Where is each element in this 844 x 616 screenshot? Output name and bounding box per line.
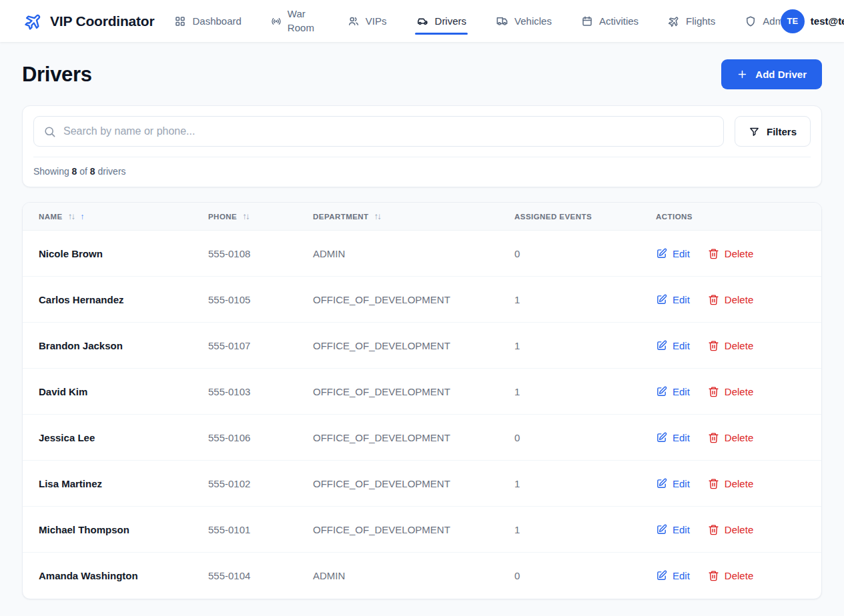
plane-icon (668, 15, 680, 27)
row-actions: Edit Delete (656, 478, 815, 489)
driver-name: Michael Thompson (23, 507, 192, 553)
edit-button[interactable]: Edit (656, 386, 690, 397)
driver-name: Brandon Jackson (23, 323, 192, 369)
driver-department: ADMIN (297, 553, 498, 599)
edit-button[interactable]: Edit (656, 294, 690, 305)
dashboard-grid-icon (174, 15, 186, 27)
filter-funnel-icon (749, 126, 760, 137)
search-panel: Filters Showing 8 of 8 drivers (22, 105, 822, 187)
driver-assigned-events: 0 (498, 553, 640, 599)
driver-phone: 555-0108 (192, 231, 297, 277)
driver-name: Carlos Hernandez (23, 277, 192, 323)
main-nav: Dashboard War Room VIPs (174, 5, 791, 37)
trash-icon (708, 386, 719, 397)
app-logo-plane-icon (24, 12, 43, 31)
edit-pencil-icon (656, 570, 667, 581)
search-input[interactable] (63, 125, 714, 137)
trash-icon (708, 294, 719, 305)
column-header-actions: ACTIONS (640, 203, 821, 231)
nav-item-drivers[interactable]: Drivers (416, 13, 467, 29)
driver-assigned-events: 1 (498, 461, 640, 507)
driver-assigned-events: 0 (498, 231, 640, 277)
trash-icon (708, 478, 719, 489)
column-header-department[interactable]: DEPARTMENT↑↓ (297, 203, 498, 231)
nav-item-activities[interactable]: Activities (581, 13, 639, 29)
edit-button[interactable]: Edit (656, 248, 690, 259)
search-icon (43, 125, 56, 138)
row-actions: Edit Delete (656, 524, 815, 535)
trash-icon (708, 432, 719, 443)
edit-pencil-icon (656, 248, 667, 259)
edit-button[interactable]: Edit (656, 432, 690, 443)
table-row: Amanda Washington 555-0104 ADMIN 0 Edit (23, 553, 821, 599)
drivers-table: NAME↑↓↑ PHONE↑↓ DEPARTMENT↑↓ ASSIGNED EV… (23, 203, 821, 599)
column-header-name[interactable]: NAME↑↓↑ (23, 203, 192, 231)
column-header-phone[interactable]: PHONE↑↓ (192, 203, 297, 231)
shield-icon (745, 15, 757, 27)
filters-button[interactable]: Filters (735, 116, 811, 147)
user-email: test@test.com (811, 15, 844, 27)
add-driver-button[interactable]: Add Driver (721, 59, 822, 89)
delete-button[interactable]: Delete (708, 294, 753, 305)
driver-name: David Kim (23, 369, 192, 415)
nav-item-dashboard[interactable]: Dashboard (174, 13, 241, 29)
edit-pencil-icon (656, 432, 667, 443)
trash-icon (708, 248, 719, 259)
truck-icon (496, 15, 508, 27)
driver-assigned-events: 0 (498, 415, 640, 461)
sort-ascending-icon: ↑ (80, 212, 84, 221)
table-row: David Kim 555-0103 OFFICE_OF_DEVELOPMENT… (23, 369, 821, 415)
driver-assigned-events: 1 (498, 507, 640, 553)
nav-item-flights[interactable]: Flights (668, 13, 715, 29)
brand[interactable]: VIP Coordinator (24, 12, 154, 31)
delete-button[interactable]: Delete (708, 432, 753, 443)
delete-button[interactable]: Delete (708, 570, 753, 581)
edit-button[interactable]: Edit (656, 524, 690, 535)
broadcast-icon (271, 16, 282, 27)
nav-item-vehicles[interactable]: Vehicles (496, 13, 552, 29)
user-menu[interactable]: TE test@test.com (781, 9, 844, 33)
page-header: Drivers Add Driver (22, 59, 822, 89)
trash-icon (708, 524, 719, 535)
column-header-assigned-events: ASSIGNED EVENTS (498, 203, 640, 231)
nav-item-vips[interactable]: VIPs (348, 13, 387, 29)
nav-item-war-room[interactable]: War Room (271, 5, 318, 37)
app-title: VIP Coordinator (50, 13, 154, 29)
row-actions: Edit Delete (656, 294, 815, 305)
driver-name: Nicole Brown (23, 231, 192, 277)
driver-name: Lisa Martinez (23, 461, 192, 507)
drivers-table-card: NAME↑↓↑ PHONE↑↓ DEPARTMENT↑↓ ASSIGNED EV… (22, 202, 822, 599)
driver-department: OFFICE_OF_DEVELOPMENT (297, 369, 498, 415)
driver-phone: 555-0105 (192, 277, 297, 323)
main-content: Drivers Add Driver (0, 59, 844, 599)
sort-arrows-icon: ↑↓ (68, 211, 75, 221)
edit-button[interactable]: Edit (656, 478, 690, 489)
delete-button[interactable]: Delete (708, 478, 753, 489)
delete-button[interactable]: Delete (708, 524, 753, 535)
delete-button[interactable]: Delete (708, 340, 753, 351)
edit-button[interactable]: Edit (656, 570, 690, 581)
row-actions: Edit Delete (656, 386, 815, 397)
delete-button[interactable]: Delete (708, 248, 753, 259)
calendar-icon (581, 15, 593, 27)
table-row: Carlos Hernandez 555-0105 OFFICE_OF_DEVE… (23, 277, 821, 323)
table-row: Brandon Jackson 555-0107 OFFICE_OF_DEVEL… (23, 323, 821, 369)
delete-button[interactable]: Delete (708, 386, 753, 397)
avatar[interactable]: TE (781, 9, 805, 33)
driver-department: OFFICE_OF_DEVELOPMENT (297, 507, 498, 553)
driver-phone: 555-0102 (192, 461, 297, 507)
table-row: Nicole Brown 555-0108 ADMIN 0 Edit (23, 231, 821, 277)
edit-pencil-icon (656, 386, 667, 397)
driver-department: OFFICE_OF_DEVELOPMENT (297, 461, 498, 507)
driver-phone: 555-0104 (192, 553, 297, 599)
shown-count: 8 (72, 166, 77, 177)
driver-assigned-events: 1 (498, 323, 640, 369)
car-icon (416, 15, 429, 27)
edit-button[interactable]: Edit (656, 340, 690, 351)
driver-phone: 555-0107 (192, 323, 297, 369)
trash-icon (708, 570, 719, 581)
driver-assigned-events: 1 (498, 277, 640, 323)
table-header-row: NAME↑↓↑ PHONE↑↓ DEPARTMENT↑↓ ASSIGNED EV… (23, 203, 821, 231)
driver-department: OFFICE_OF_DEVELOPMENT (297, 277, 498, 323)
table-row: Michael Thompson 555-0101 OFFICE_OF_DEVE… (23, 507, 821, 553)
